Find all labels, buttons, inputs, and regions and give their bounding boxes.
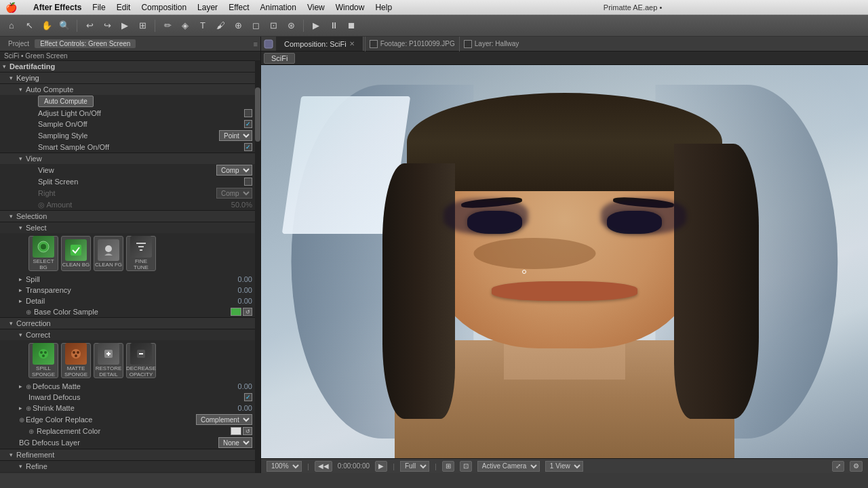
- menu-composition[interactable]: Composition: [141, 3, 186, 12]
- tab-project[interactable]: Project: [3, 39, 35, 48]
- decrease-opacity-btn[interactable]: DECREASEOPACITY: [126, 343, 156, 378]
- menu-window[interactable]: Window: [336, 3, 365, 12]
- menu-help[interactable]: Help: [375, 3, 392, 12]
- toolbar-roto[interactable]: ⊡: [266, 18, 281, 33]
- comp-view[interactable]: [261, 65, 868, 458]
- tab-effect-controls[interactable]: Effect Controls: Green Screen: [35, 39, 136, 48]
- toggle-btn[interactable]: ⊡: [460, 461, 472, 472]
- triangle-correct[interactable]: [19, 331, 26, 338]
- comp-icon: [261, 37, 276, 52]
- row-sample-onoff: Sample On/Off: [0, 119, 255, 129]
- play-btn[interactable]: ▶: [375, 461, 387, 472]
- bg-defocus-select[interactable]: None: [218, 437, 252, 448]
- triangle-keying[interactable]: [9, 75, 16, 81]
- grid-btn[interactable]: ⊞: [442, 461, 454, 472]
- matte-sponge-btn[interactable]: MATTESPONGE: [61, 343, 91, 378]
- spill-value[interactable]: 0.00: [222, 275, 252, 283]
- panel-menu-btn[interactable]: ≡: [254, 40, 258, 48]
- toolbar-home[interactable]: ⌂: [4, 18, 19, 33]
- edge-color-replace-select[interactable]: Complement: [196, 414, 252, 425]
- replacement-color-label: Replacement Color: [37, 427, 228, 435]
- triangle-view[interactable]: [19, 155, 26, 162]
- split-screen-cb[interactable]: [244, 178, 252, 186]
- view-select-dropdown[interactable]: Comp: [216, 165, 252, 176]
- defocus-matte-value[interactable]: 0.00: [222, 382, 252, 390]
- toolbar-zoom[interactable]: 🔍: [57, 18, 72, 33]
- comp-tab-close-scifi[interactable]: ✕: [349, 40, 355, 47]
- color-sample-reset[interactable]: ↺: [243, 308, 252, 316]
- select-bg-btn[interactable]: SELECT BG: [28, 236, 58, 271]
- toolbar-render[interactable]: ▶: [117, 18, 132, 33]
- lips: [492, 281, 637, 301]
- triangle-refinement[interactable]: [9, 451, 16, 458]
- replacement-color-swatch[interactable]: [231, 427, 241, 435]
- toolbar-puppet[interactable]: ⊛: [283, 18, 298, 33]
- replacement-color-reset[interactable]: ↺: [243, 427, 252, 435]
- triangle-shrink[interactable]: [19, 405, 26, 411]
- footage-tab[interactable]: Footage: P1010099.JPG: [380, 40, 455, 47]
- triangle-deartifacting[interactable]: [3, 63, 9, 70]
- triangle-detail[interactable]: [19, 298, 26, 304]
- toolbar-hand[interactable]: ✋: [39, 18, 54, 33]
- effect-scroll[interactable]: Deartifacting Keying Auto Compute Auto C…: [0, 60, 255, 473]
- triangle-transparency[interactable]: [19, 287, 26, 293]
- camera-select[interactable]: Active Camera: [477, 461, 540, 472]
- menu-effect[interactable]: Effect: [229, 3, 249, 12]
- toolbar-undo[interactable]: ↩: [82, 18, 97, 33]
- toolbar-clone[interactable]: ⊕: [231, 18, 245, 33]
- settings-btn[interactable]: ⚙: [850, 461, 863, 472]
- toolbar-pen[interactable]: ✏: [160, 18, 175, 33]
- fine-tune-btn[interactable]: FINE TUNE: [126, 236, 156, 271]
- zoom-select[interactable]: 100%: [267, 461, 302, 472]
- rewind-btn[interactable]: ◀◀: [315, 461, 332, 472]
- scrollbar-thumb[interactable]: [255, 87, 260, 142]
- restore-detail-btn[interactable]: RESTOREDETAIL: [94, 343, 123, 378]
- menu-animation[interactable]: Animation: [260, 3, 296, 12]
- right-select[interactable]: Comp: [216, 188, 252, 199]
- expand-btn[interactable]: ⤢: [832, 461, 844, 472]
- triangle-selection[interactable]: [9, 213, 16, 220]
- toolbar-redo[interactable]: ↪: [100, 18, 115, 33]
- toolbar-brush[interactable]: 🖌: [213, 18, 228, 33]
- clean-fg-btn[interactable]: CLEAN FG: [94, 236, 123, 271]
- menu-view[interactable]: View: [307, 3, 325, 12]
- toolbar-precomp[interactable]: ⊞: [135, 18, 150, 33]
- adjust-light-cb[interactable]: [244, 109, 252, 117]
- inward-defocus-cb[interactable]: [244, 393, 252, 401]
- smart-sample-cb[interactable]: [244, 143, 252, 151]
- triangle-autocompute[interactable]: [19, 86, 26, 93]
- triangle-spill[interactable]: [19, 276, 26, 283]
- detail-value[interactable]: 0.00: [222, 297, 252, 305]
- quality-select[interactable]: Full: [400, 461, 429, 472]
- sampling-style-select[interactable]: Point: [219, 130, 252, 141]
- nose-shadow: [473, 238, 595, 269]
- menu-layer[interactable]: Layer: [197, 3, 218, 12]
- toolbar-select[interactable]: ↖: [22, 18, 37, 33]
- layer-tab[interactable]: Layer: Hallway: [475, 40, 519, 47]
- view-select[interactable]: 1 View: [545, 461, 583, 472]
- menu-edit[interactable]: Edit: [117, 3, 131, 12]
- shrink-matte-value[interactable]: 0.00: [222, 404, 252, 412]
- triangle-defocus[interactable]: [19, 383, 26, 390]
- autocompute-button[interactable]: Auto Compute: [38, 96, 94, 107]
- triangle-refine[interactable]: [19, 463, 26, 470]
- menu-file[interactable]: File: [92, 3, 105, 12]
- transparency-value[interactable]: 0.00: [222, 286, 252, 294]
- toolbar-mask[interactable]: ◈: [178, 18, 193, 33]
- sample-onoff-cb[interactable]: [244, 120, 252, 128]
- toolbar-eraser[interactable]: ◻: [248, 18, 263, 33]
- toolbar-stop[interactable]: ⏹: [344, 18, 359, 33]
- spill-sponge-btn[interactable]: SPILLSPONGE: [28, 343, 58, 378]
- scrollbar[interactable]: [255, 60, 260, 473]
- apple-menu[interactable]: 🍎: [5, 2, 17, 13]
- tab-comp-scifi[interactable]: Composition: SciFi ✕: [276, 37, 363, 51]
- triangle-select[interactable]: [19, 224, 26, 231]
- color-sample-swatch[interactable]: [231, 308, 241, 316]
- clean-bg-btn[interactable]: CLEAN BG: [61, 236, 91, 271]
- svg-point-3: [105, 245, 112, 252]
- toolbar-play[interactable]: ▶: [309, 18, 323, 33]
- toolbar-pause[interactable]: ⏸: [326, 18, 341, 33]
- scifi-subtab[interactable]: SciFi: [264, 53, 295, 64]
- triangle-correction[interactable]: [9, 320, 16, 327]
- toolbar-text[interactable]: T: [195, 18, 210, 33]
